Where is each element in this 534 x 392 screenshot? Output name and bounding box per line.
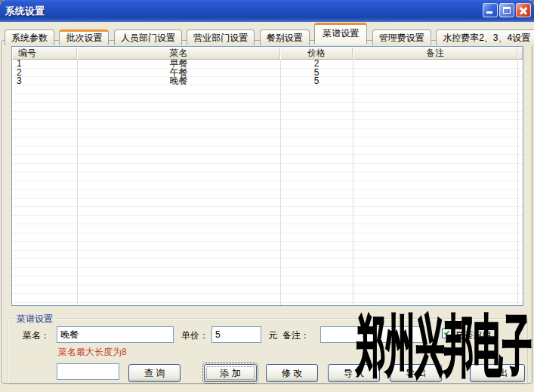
tab-page-panel: 编号 菜名 价格 备注 1 早餐 2 2 午餐 5: [2, 40, 532, 384]
tab-meal-type[interactable]: 餐别设置: [260, 29, 310, 45]
query-button[interactable]: 查 询: [128, 364, 181, 382]
system-settings-window: 系统设置 系统参数 批次设置 人员部门设置 营业部门设置 餐别设置 菜谱设置 管…: [0, 0, 534, 392]
column-header-filler: [517, 47, 523, 60]
tab-strip: 系统参数 批次设置 人员部门设置 营业部门设置 餐别设置 菜谱设置 管理费设置 …: [5, 24, 534, 44]
dish-name-label: 菜名：: [23, 329, 50, 341]
cell-remark: [353, 69, 517, 78]
yuan-unit-label: 元: [268, 329, 277, 341]
cell-remark: [353, 60, 517, 69]
close-button[interactable]: [516, 3, 531, 17]
cell-dish: 晚餐: [77, 77, 280, 86]
minimize-icon: [486, 11, 492, 14]
import-button[interactable]: 导 入: [328, 364, 380, 382]
exit-button[interactable]: 退 出: [470, 364, 525, 382]
modify-button[interactable]: 修 改: [266, 364, 318, 382]
tab-batch-settings[interactable]: 批次设置: [59, 29, 109, 45]
window-title: 系统设置: [5, 5, 45, 18]
tab-personnel-dept[interactable]: 人员部门设置: [114, 29, 182, 45]
dish-name-input[interactable]: [57, 326, 174, 343]
tab-water-rate[interactable]: 水控费率2、3、4设置: [436, 29, 534, 45]
cell-number: 3: [12, 77, 77, 86]
search-input[interactable]: [57, 363, 119, 380]
maximize-button[interactable]: [499, 3, 514, 17]
table-row[interactable]: 1 早餐 2: [12, 60, 523, 69]
groupbox-title: 菜谱设置: [14, 313, 56, 326]
enable-checkbox-label: 是否启用: [455, 329, 491, 341]
column-header-remark[interactable]: 备注: [353, 47, 517, 60]
remark-input[interactable]: [320, 326, 424, 343]
table-row[interactable]: 3 晚餐 5: [12, 77, 523, 86]
export-button[interactable]: 导 出: [390, 364, 442, 382]
close-icon: [517, 4, 530, 17]
minimize-button[interactable]: [483, 3, 498, 17]
title-bar[interactable]: 系统设置: [0, 0, 534, 22]
window-controls: [483, 3, 531, 17]
unit-price-label: 单价：: [181, 329, 208, 341]
tab-business-dept[interactable]: 营业部门设置: [187, 29, 255, 45]
enable-checkbox[interactable]: [442, 329, 452, 338]
tab-management-fee[interactable]: 管理费设置: [372, 29, 431, 45]
list-header: 编号 菜名 价格 备注: [12, 47, 523, 60]
remark-label: 备注：: [282, 329, 310, 341]
cell-remark: [353, 77, 517, 86]
menu-settings-groupbox: 菜谱设置 菜名： 单价： 元 备注： 是否启用 菜名最大长度为8 查 询 添 加…: [7, 318, 528, 384]
unit-price-input[interactable]: [211, 326, 261, 343]
add-button[interactable]: 添 加: [204, 364, 257, 382]
table-row[interactable]: 2 午餐 5: [12, 69, 523, 78]
menu-list-view: 编号 菜名 价格 备注 1 早餐 2 2 午餐 5: [11, 46, 523, 306]
cell-price: 5: [280, 77, 353, 86]
maximize-icon: [503, 7, 511, 14]
tab-system-params[interactable]: 系统参数: [5, 29, 54, 45]
tab-menu-settings[interactable]: 菜谱设置: [314, 23, 367, 44]
check-icon: [444, 329, 450, 335]
list-body: 1 早餐 2 2 午餐 5 3 晚餐 5: [12, 60, 523, 305]
max-length-warning: 菜名最大长度为8: [58, 346, 127, 359]
